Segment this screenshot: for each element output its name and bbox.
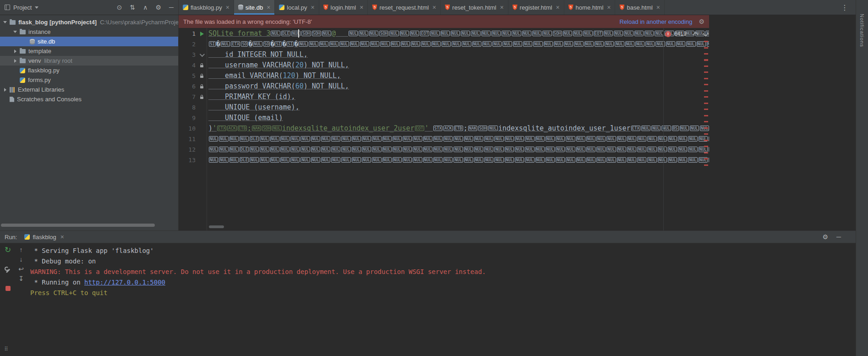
gutter-icon-slot: [198, 136, 205, 143]
control-char-nul: NUL: [299, 41, 308, 47]
tab-close-icon[interactable]: ×: [432, 4, 436, 11]
code-segment: email VARCHAR(: [208, 71, 283, 80]
banner-settings-icon[interactable]: ⚙: [699, 18, 704, 25]
chevron-down-icon[interactable]: [13, 31, 17, 33]
tab-flaskblog.py[interactable]: flaskblog.py×: [179, 0, 234, 15]
rerun-icon[interactable]: ↻: [5, 246, 11, 254]
settings-gear-icon[interactable]: ⚙: [156, 4, 162, 11]
notifications-tab[interactable]: Notifications: [859, 14, 865, 47]
soft-wrap-icon[interactable]: ↩: [18, 265, 24, 273]
tree-item-label: venv: [28, 57, 41, 64]
code-area[interactable]: SQLite format 3NULDLENULSOHSOHNUL@ NULNU…: [207, 28, 709, 230]
wrench-icon[interactable]: [5, 267, 11, 273]
collapse-all-icon[interactable]: ∧: [143, 4, 147, 11]
tree-item-external-libraries[interactable]: External Libraries: [0, 85, 178, 94]
reload-encoding-link[interactable]: Reload in another encoding: [619, 18, 692, 25]
control-char-nul: NUL: [260, 157, 269, 163]
gutter-row: 6: [179, 81, 207, 92]
expand-collapse-icon[interactable]: ⇅: [130, 4, 136, 11]
tree-item-template[interactable]: template: [0, 46, 178, 56]
tab-reset_request.html[interactable]: reset_request.html×: [368, 0, 441, 15]
console-line: WARNING: This is a development server. D…: [30, 267, 852, 277]
tab-close-icon[interactable]: ×: [656, 4, 660, 11]
tree-item-venv[interactable]: venvlibrary root: [0, 56, 178, 66]
chevron-right-icon[interactable]: [13, 49, 17, 53]
project-panel-title[interactable]: Project: [13, 4, 32, 11]
tree-item-forms-py[interactable]: forms.py: [0, 75, 178, 85]
tree-item-label: External Libraries: [18, 86, 64, 93]
tab-close-icon[interactable]: ×: [360, 4, 363, 11]
chevron-right-icon[interactable]: [3, 88, 7, 92]
control-char-nul: NUL: [546, 157, 555, 163]
fold-icon[interactable]: [200, 51, 205, 56]
control-char-nul: NUL: [645, 41, 655, 47]
hide-panel-icon[interactable]: ─: [169, 4, 174, 11]
tree-item-flaskblog-py[interactable]: flaskblog.py: [0, 66, 178, 75]
next-error-icon[interactable]: [703, 31, 709, 37]
control-char-nul: NUL: [290, 136, 300, 142]
code-segment: ) NOT NULL,: [304, 61, 349, 69]
tab-close-icon[interactable]: ×: [226, 4, 229, 11]
control-char-nul: NUL: [627, 157, 636, 163]
tab-register.html[interactable]: register.html×: [508, 0, 564, 15]
project-horizontal-scrollbar[interactable]: [1, 224, 155, 227]
control-char-nul: NUL: [453, 136, 463, 142]
tab-options-icon[interactable]: ⋮: [834, 0, 856, 15]
run-line-icon[interactable]: [200, 32, 204, 36]
stop-icon[interactable]: [5, 286, 11, 291]
settings-gear-icon[interactable]: ⚙: [823, 233, 829, 241]
control-char-nul: NUL: [300, 136, 310, 142]
tab-close-icon[interactable]: ×: [500, 4, 503, 11]
tree-item-label: flask_blog [pythonProject4]: [18, 19, 97, 26]
down-stack-trace-icon[interactable]: ↓: [20, 256, 23, 263]
tab-close-icon[interactable]: ×: [60, 233, 64, 241]
tree-item-site-db[interactable]: site.db: [0, 37, 178, 46]
error-icon: !: [665, 31, 671, 37]
project-tool-window: flask_blog [pythonProject4]C:\Users\prak…: [0, 15, 179, 230]
run-tab-flaskblog[interactable]: flaskblog ×: [22, 231, 67, 243]
tab-login.html[interactable]: login.html×: [319, 0, 368, 15]
tab-base.html[interactable]: base.html×: [615, 0, 665, 15]
chevron-right-icon[interactable]: [13, 59, 17, 63]
tool-windows-grid-icon[interactable]: ⠿: [4, 346, 8, 352]
project-tree: flask_blog [pythonProject4]C:\Users\prak…: [0, 17, 178, 104]
error-stripe[interactable]: [704, 41, 708, 169]
up-stack-trace-icon[interactable]: ↑: [20, 246, 23, 253]
tab-reset_token.html[interactable]: reset_token.html×: [441, 0, 508, 15]
code-segment: PRIMARY KEY (id),: [208, 93, 295, 101]
control-char-nul: NUL: [494, 157, 503, 163]
control-char-nul: NUL: [627, 147, 636, 152]
chevron-down-icon[interactable]: [3, 21, 7, 23]
control-char-nul: NUL: [464, 157, 473, 163]
editor-horizontal-scrollbar[interactable]: [209, 225, 224, 228]
code-segment: UNIQUE (username),: [208, 103, 300, 111]
tab-close-icon[interactable]: ×: [267, 4, 270, 11]
tree-item-scratches-and-consoles[interactable]: Scratches and Consoles: [0, 94, 178, 104]
prev-error-icon[interactable]: [693, 32, 699, 38]
tab-home.html[interactable]: home.html×: [564, 0, 616, 15]
console-line: * Running on http://127.0.0.1:5000: [30, 277, 852, 288]
control-char-nul: NUL: [250, 157, 259, 163]
control-char-nul: NUL: [393, 136, 402, 142]
tab-close-icon[interactable]: ×: [556, 4, 559, 11]
hide-panel-icon[interactable]: ─: [836, 233, 841, 241]
control-char-nul: NUL: [494, 147, 503, 152]
control-char-nul: NUL: [627, 136, 636, 142]
editor[interactable]: The file was loaded in a wrong encoding:…: [179, 15, 856, 230]
console-output[interactable]: * Serving Flask app 'flaskblog' * Debug …: [30, 246, 852, 298]
tab-close-icon[interactable]: ×: [311, 4, 314, 11]
tree-item-flask-blog-pythonproject4-[interactable]: flask_blog [pythonProject4]C:\Users\prak…: [0, 17, 178, 27]
tab-local.py[interactable]: local.py×: [275, 0, 319, 15]
scroll-to-end-icon[interactable]: ↧: [18, 275, 24, 282]
tab-close-icon[interactable]: ×: [607, 4, 611, 11]
tree-item-instance[interactable]: instance: [0, 27, 178, 37]
control-char-nul: NUL: [606, 157, 616, 163]
control-char-nul: NUL: [209, 157, 218, 163]
control-char-nul: NUL: [410, 31, 419, 36]
chevron-down-icon[interactable]: [35, 6, 38, 9]
code-viewport: 12345678910111213 SQLite format 3NULDLEN…: [179, 28, 856, 230]
locate-file-icon[interactable]: ⊙: [117, 4, 122, 11]
code-segment: [429, 124, 433, 132]
console-link[interactable]: http://127.0.0.1:5000: [84, 279, 165, 286]
tab-site.db[interactable]: site.db×: [234, 0, 275, 15]
